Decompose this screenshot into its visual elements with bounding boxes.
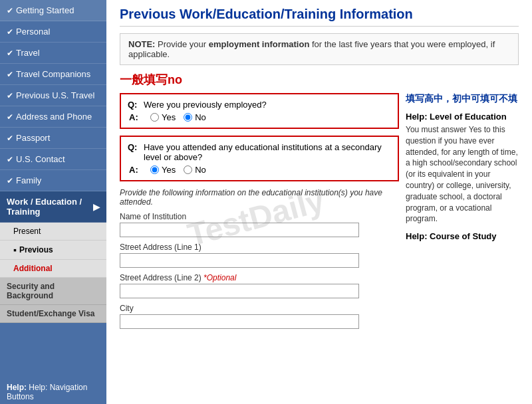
sidebar-item-getting-started[interactable]: ✔ Getting Started [0, 0, 106, 21]
question1-box: Q: Were you previously employed? A: Yes … [120, 93, 399, 129]
field-street2-label: Street Address (Line 2) *Optional [120, 273, 399, 282]
field-city: City [120, 304, 399, 329]
sidebar-section-security[interactable]: Security and Background [0, 278, 106, 305]
check-icon: ✔ [7, 70, 13, 79]
sidebar-item-work-education[interactable]: Work / Education / Training ▶ [0, 191, 106, 223]
help-course-title: Help: Course of Study [406, 231, 519, 241]
check-icon: ✔ [7, 134, 13, 143]
check-icon: ✔ [7, 49, 13, 58]
q1-label: Q: [128, 100, 141, 110]
field-city-label: City [120, 304, 399, 313]
help-panel: 填写高中，初中可填可不填 Help: Level of Education Yo… [406, 93, 519, 334]
sidebar-item-passport[interactable]: ✔ Passport [0, 128, 106, 149]
help-education-text: You must answer Yes to this question if … [406, 124, 519, 225]
check-icon: ✔ [7, 155, 13, 164]
annotation-blue: 填写高中，初中可填可不填 [406, 93, 519, 105]
field-street2: Street Address (Line 2) *Optional [120, 273, 399, 298]
q1-text: Were you previously employed? [144, 100, 267, 110]
content-area: Q: Were you previously employed? A: Yes … [120, 93, 519, 334]
sidebar-sub-item-present[interactable]: Present [0, 223, 106, 241]
q2-no-option[interactable]: No [184, 165, 206, 175]
check-icon: ✔ [7, 27, 13, 37]
q2-yes-radio[interactable] [150, 165, 159, 174]
field-street1: Street Address (Line 1) [120, 243, 399, 268]
form-section: Q: Were you previously employed? A: Yes … [120, 93, 399, 334]
sidebar-footer-help: Help: Help: Navigation Buttons [0, 380, 106, 404]
q2-yes-option[interactable]: Yes [150, 165, 176, 175]
check-icon: ✔ [7, 6, 13, 15]
q1-no-radio[interactable] [184, 113, 192, 122]
question2-box: Q: Have you attended any educational ins… [120, 136, 399, 181]
sidebar-item-personal[interactable]: ✔ Personal [0, 21, 106, 43]
help-education-title: Help: Level of Education [406, 112, 519, 122]
check-icon: ✔ [7, 112, 13, 122]
field-city-input[interactable] [120, 314, 359, 329]
arrow-icon: ▶ [93, 202, 100, 212]
q2-label: Q: [128, 142, 141, 152]
sidebar-sub-item-previous[interactable]: ▪ Previous [0, 241, 106, 260]
field-street1-input[interactable] [120, 253, 359, 268]
info-text: Provide the following information on the… [120, 188, 399, 207]
annotation-red: 一般填写no [120, 72, 519, 88]
check-icon: ✔ [7, 176, 13, 185]
sidebar-item-us-contact[interactable]: ✔ U.S. Contact [0, 149, 106, 170]
main-content: Previous Work/Education/Training Informa… [106, 0, 532, 404]
field-street1-label: Street Address (Line 1) [120, 243, 399, 252]
page-title: Previous Work/Education/Training Informa… [120, 7, 519, 27]
sidebar-item-travel-companions[interactable]: ✔ Travel Companions [0, 64, 106, 85]
q1-a-label: A: [129, 112, 142, 122]
sidebar-item-previous-us-travel[interactable]: ✔ Previous U.S. Travel [0, 85, 106, 106]
sidebar-item-family[interactable]: ✔ Family [0, 170, 106, 191]
sidebar: ✔ Getting Started ✔ Personal ✔ Travel ✔ … [0, 0, 106, 404]
q1-no-option[interactable]: No [184, 112, 206, 122]
field-institution-input[interactable] [120, 223, 359, 237]
field-institution: Name of Institution [120, 212, 399, 237]
optional-label: *Optional [203, 273, 236, 282]
sidebar-sub-item-additional[interactable]: Additional [0, 260, 106, 278]
q1-yes-radio[interactable] [150, 113, 159, 122]
field-street2-input[interactable] [120, 284, 359, 298]
sidebar-section-student-visa[interactable]: Student/Exchange Visa [0, 305, 106, 323]
q2-a-label: A: [129, 165, 142, 175]
sidebar-item-address-phone[interactable]: ✔ Address and Phone [0, 106, 106, 128]
note-box: NOTE: Provide your employment informatio… [120, 33, 519, 65]
check-icon: ✔ [7, 91, 13, 100]
q2-text: Have you attended any educational instit… [144, 142, 391, 162]
sidebar-item-travel[interactable]: ✔ Travel [0, 43, 106, 64]
q1-yes-option[interactable]: Yes [150, 112, 176, 122]
field-institution-label: Name of Institution [120, 212, 399, 221]
q2-no-radio[interactable] [184, 165, 192, 174]
